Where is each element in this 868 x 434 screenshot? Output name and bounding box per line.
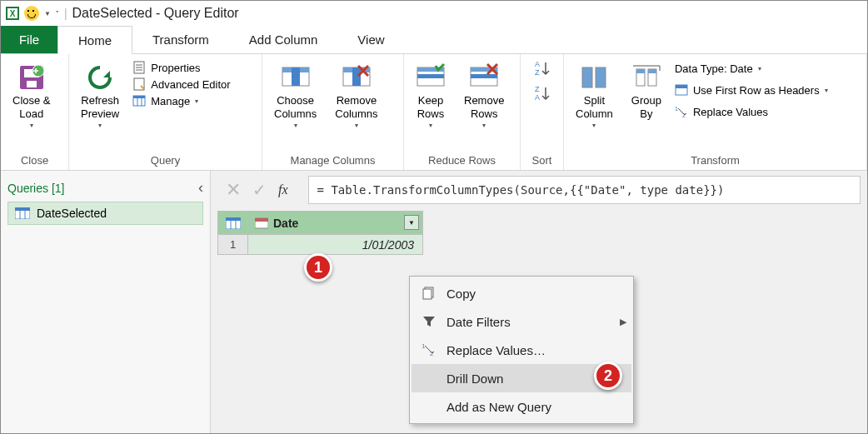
table-icon — [132, 94, 146, 107]
sort-desc-button[interactable]: ZA — [532, 84, 552, 102]
svg-rect-43 — [15, 207, 30, 211]
chevron-down-icon: ▾ — [195, 97, 198, 105]
chevron-down-icon: ▾ — [592, 122, 596, 129]
advanced-editor-icon — [132, 77, 146, 91]
remove-columns-label: Remove Columns — [335, 94, 377, 120]
advanced-editor-button[interactable]: Advanced Editor — [132, 77, 230, 91]
svg-rect-13 — [133, 96, 145, 98]
keep-rows-label: Keep Rows — [417, 94, 445, 120]
replace-values-icon: 12 — [422, 342, 436, 357]
remove-rows-button[interactable]: Remove Rows ▾ — [459, 59, 509, 132]
table-icon — [15, 207, 30, 219]
save-icon — [17, 62, 47, 92]
remove-rows-label: Remove Rows — [464, 94, 504, 120]
fx-icon[interactable]: fx — [278, 182, 288, 197]
svg-rect-32 — [582, 67, 592, 87]
properties-button[interactable]: Properties — [132, 61, 230, 74]
choose-columns-label: Choose Columns — [274, 94, 317, 120]
menu-label: Add as New Query — [446, 400, 615, 414]
replace-values-button[interactable]: 12 Replace Values — [675, 105, 828, 118]
data-type-label: Data Type: Date — [675, 62, 753, 75]
tab-add-column[interactable]: Add Column — [229, 26, 338, 53]
menu-item-date-filters[interactable]: Date Filters ▶ — [412, 307, 631, 336]
cell-value[interactable]: 1/01/2003 — [248, 235, 423, 255]
table-icon — [675, 83, 688, 97]
group-label-query: Query — [76, 152, 255, 168]
properties-label: Properties — [151, 62, 200, 74]
group-by-label: Group By — [631, 94, 661, 120]
choose-columns-button[interactable]: Choose Columns ▾ — [269, 59, 322, 132]
chevron-down-icon: ▾ — [429, 122, 432, 129]
chevron-down-icon: ▾ — [825, 87, 828, 94]
refresh-icon — [85, 62, 115, 92]
column-header[interactable]: Date ▼ — [248, 212, 423, 235]
svg-rect-27 — [471, 74, 497, 78]
data-grid: Date ▼ 1 1/01/2003 — [217, 211, 423, 255]
chevron-down-icon[interactable]: 🢓 — [56, 10, 59, 17]
menu-item-replace-values[interactable]: 12 Replace Values… — [412, 336, 631, 364]
properties-icon — [132, 61, 146, 74]
remove-columns-icon — [342, 62, 372, 92]
queries-sidebar: Queries [1] ‹ DateSelected — [1, 171, 211, 433]
refresh-label: Refresh Preview — [81, 94, 119, 120]
group-label-reduce-rows: Reduce Rows — [411, 152, 513, 168]
split-column-label: Split Column — [576, 94, 613, 120]
tab-transform[interactable]: Transform — [132, 26, 229, 53]
window-title: DateSelected - Query Editor — [72, 6, 239, 21]
table-row[interactable]: 1 1/01/2003 — [218, 235, 423, 255]
cancel-formula-button[interactable]: ✕ — [226, 179, 241, 201]
group-label-manage-columns: Manage Columns — [269, 152, 397, 168]
close-and-load-button[interactable]: Close & Load ▾ — [7, 59, 56, 132]
copy-icon — [422, 286, 436, 301]
table-icon — [226, 217, 241, 229]
callout-badge-1: 1 — [304, 253, 332, 282]
tab-home[interactable]: Home — [57, 26, 132, 54]
formula-bar: ✕ ✓ fx — [217, 176, 861, 204]
chevron-right-icon: ▶ — [615, 317, 631, 327]
sort-asc-button[interactable]: AZ — [532, 59, 552, 77]
menu-item-add-as-new-query[interactable]: Add as New Query — [412, 392, 631, 421]
svg-rect-39 — [676, 85, 687, 88]
group-label-transform: Transform — [571, 152, 860, 168]
group-by-button[interactable]: Group By — [626, 59, 666, 123]
svg-text:A: A — [535, 60, 540, 68]
query-item[interactable]: DateSelected — [7, 202, 203, 225]
manage-button[interactable]: Manage ▾ — [132, 94, 230, 107]
svg-text:A: A — [535, 93, 540, 102]
keep-rows-button[interactable]: Keep Rows ▾ — [411, 59, 451, 132]
chevron-down-icon[interactable]: ▼ — [44, 10, 51, 17]
replace-values-icon: 12 — [675, 105, 688, 118]
remove-columns-button[interactable]: Remove Columns ▾ — [330, 59, 382, 132]
svg-rect-21 — [352, 67, 361, 86]
collapse-sidebar-button[interactable]: ‹ — [198, 179, 203, 197]
formula-input[interactable] — [308, 176, 861, 204]
menu-label: Replace Values… — [446, 343, 615, 357]
svg-rect-37 — [648, 69, 656, 73]
menu-label: Date Filters — [446, 315, 615, 329]
advanced-editor-label: Advanced Editor — [151, 78, 230, 91]
smiley-icon[interactable] — [24, 6, 39, 21]
accept-formula-button[interactable]: ✓ — [252, 180, 267, 200]
svg-text:1: 1 — [675, 106, 678, 112]
column-filter-button[interactable]: ▼ — [404, 215, 419, 230]
split-column-button[interactable]: Split Column ▾ — [571, 59, 618, 132]
first-row-headers-button[interactable]: Use First Row as Headers ▾ — [675, 83, 828, 97]
svg-text:X: X — [10, 9, 16, 18]
tab-file[interactable]: File — [1, 26, 57, 53]
svg-rect-36 — [636, 69, 645, 73]
data-type-button[interactable]: Data Type: Date ▾ — [675, 62, 828, 75]
filter-icon — [422, 314, 436, 329]
separator: | — [64, 7, 67, 20]
date-type-icon — [255, 217, 268, 229]
grid-corner[interactable] — [218, 212, 248, 235]
column-header-label: Date — [273, 217, 298, 230]
query-item-label: DateSelected — [37, 207, 107, 220]
chevron-down-icon: ▾ — [30, 122, 33, 129]
group-label-sort: Sort — [527, 152, 556, 168]
queries-header: Queries [1] — [7, 182, 64, 195]
refresh-preview-button[interactable]: Refresh Preview ▾ — [76, 59, 124, 132]
row-number: 1 — [218, 235, 248, 255]
tab-view[interactable]: View — [337, 26, 404, 53]
callout-badge-2: 2 — [594, 362, 622, 390]
menu-item-copy[interactable]: Copy — [412, 279, 631, 307]
